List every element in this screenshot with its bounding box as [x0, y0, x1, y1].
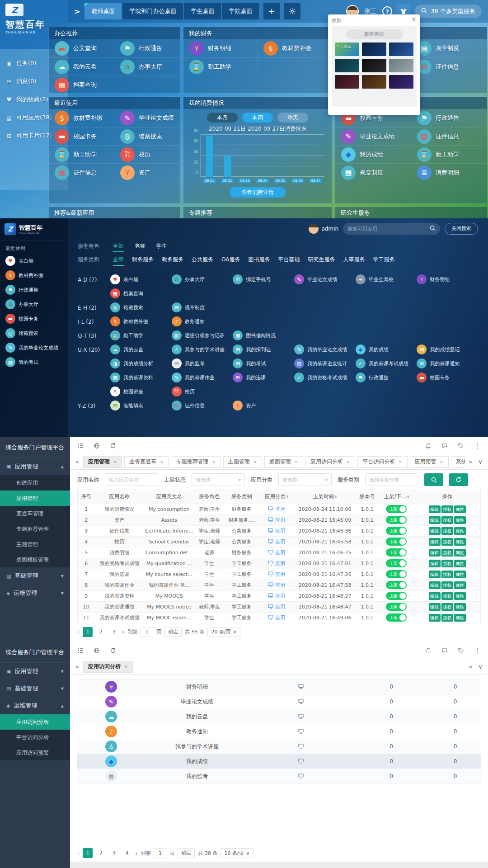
action-button[interactable]: 授权 — [441, 549, 453, 557]
refresh-icon[interactable] — [110, 647, 116, 654]
tag-icon[interactable] — [458, 443, 464, 449]
app-item[interactable]: ▤证件信息 — [172, 401, 233, 410]
tabs-scroll-left-icon[interactable]: « — [74, 458, 81, 465]
app-item[interactable]: ▤我的成绩登记 — [417, 344, 478, 354]
service-type-input[interactable] — [365, 473, 418, 486]
theme-thumb[interactable] — [335, 59, 359, 72]
action-button[interactable]: 属性 — [454, 505, 466, 513]
action-button[interactable]: 属性 — [454, 549, 466, 557]
category-link[interactable]: 应用 — [258, 547, 295, 558]
app-item[interactable]: ☁我的云盘 — [49, 57, 114, 75]
search-button[interactable] — [424, 473, 443, 486]
app-item[interactable]: ✆绑定手机号 — [233, 274, 294, 284]
menu-item[interactable]: ▣应用管理▲ — [0, 458, 70, 475]
submenu-item[interactable]: 专题推荐管理 — [0, 521, 70, 537]
app-item[interactable]: ⊞我的选课 — [233, 373, 294, 382]
kebab-menu-icon[interactable]: ⋮ — [474, 646, 481, 655]
action-button[interactable]: 授权 — [441, 516, 453, 524]
app-item[interactable]: ♙校园讲座 — [110, 387, 172, 396]
action-button[interactable]: 编辑 — [429, 527, 441, 535]
page-number[interactable]: 2 — [96, 848, 106, 858]
app-item[interactable]: ▬公文查询 — [49, 39, 114, 57]
tab-close-icon[interactable]: × — [160, 459, 164, 465]
admin-tab[interactable]: 应用管理× — [83, 456, 122, 468]
settings-gear-icon[interactable] — [284, 3, 300, 19]
app-item[interactable]: ▬校园卡务 — [417, 373, 478, 382]
publish-toggle[interactable]: 上架 — [386, 559, 407, 567]
filter-option[interactable]: 图书服务 — [248, 256, 270, 264]
action-button[interactable]: 属性 — [454, 571, 466, 578]
page-number[interactable]: 1 — [83, 627, 93, 637]
search-input[interactable] — [347, 226, 427, 232]
tab-close-icon[interactable]: × — [346, 459, 350, 465]
confirm-button[interactable]: 确定 — [178, 848, 195, 858]
app-item[interactable]: ⌛勤工助学 — [110, 330, 172, 340]
jump-page-input[interactable] — [141, 627, 153, 637]
app-item[interactable]: ⚑行政通告 — [114, 39, 180, 57]
view-detail-button[interactable]: 查看消费详情 — [230, 187, 286, 198]
desktop-tab[interactable]: 学院部门办公桌面 — [122, 3, 183, 19]
filter-option[interactable]: 平台基础 — [278, 256, 300, 264]
theme-thumb[interactable] — [362, 42, 386, 56]
app-item[interactable]: ¥资产 — [233, 401, 294, 410]
prev-page-icon[interactable]: ‹ — [77, 628, 80, 635]
app-item[interactable]: ▥我的慕课进度统计 — [294, 359, 356, 368]
action-button[interactable]: 编辑 — [429, 549, 441, 557]
action-button[interactable]: 授权 — [441, 527, 453, 535]
sidebar-app-item[interactable]: ✎我的毕业论文成绩 — [0, 340, 68, 355]
app-item[interactable]: ⚑行政通告 — [356, 373, 417, 382]
admin-tab[interactable]: 专题推荐管理× — [171, 456, 221, 468]
admin-tab[interactable]: 应用预警× — [410, 456, 449, 468]
filter-option[interactable]: 学工服务 — [373, 256, 394, 264]
column-header[interactable]: 上架/下...▲▼ — [379, 490, 414, 504]
publish-toggle[interactable]: 上架 — [386, 592, 407, 600]
app-item[interactable]: ♪教务通知 — [172, 316, 233, 326]
app-item[interactable]: ▤证件信息 — [411, 57, 487, 75]
app-item[interactable]: ⌛勤工助学 — [183, 57, 258, 75]
admin-tab[interactable]: 应用访问分析× — [305, 456, 355, 468]
submenu-item[interactable]: 主题管理 — [0, 537, 70, 552]
publish-toggle[interactable]: 上架 — [386, 603, 407, 611]
submenu-item[interactable]: 平台访问分析 — [0, 730, 70, 745]
app-item[interactable]: ▤规章制度 — [335, 163, 411, 181]
app-item[interactable]: →毕业生离校 — [356, 274, 417, 284]
action-button[interactable]: 编辑 — [429, 560, 441, 567]
chat-icon[interactable] — [441, 647, 448, 654]
sidebar-app-item[interactable]: ♥表白墙 — [0, 254, 68, 268]
tab-close-icon[interactable]: × — [253, 459, 257, 465]
expand-chevron-icon[interactable]: > — [74, 7, 80, 16]
app-item[interactable]: ¥财务明细 — [417, 274, 478, 284]
analysis-row[interactable]: ▤我的监考00 — [77, 769, 481, 784]
column-header[interactable]: 上架时间▲▼ — [295, 490, 355, 504]
page-number[interactable]: 3 — [109, 627, 119, 637]
action-button[interactable]: 属性 — [454, 516, 466, 524]
globe-icon[interactable] — [94, 647, 100, 654]
next-page-icon[interactable]: › — [122, 628, 124, 635]
action-button[interactable]: 属性 — [454, 592, 466, 600]
theme-thumb[interactable]: ✓ 天空蓝 — [335, 42, 359, 56]
tabs-collapse-icon[interactable]: ∨ — [476, 663, 484, 670]
category-link[interactable]: 应用 — [258, 536, 295, 547]
app-item[interactable]: ⌂办事大厅 — [172, 274, 233, 284]
sidebar-app-item[interactable]: ⚑行政通告 — [0, 283, 68, 297]
filter-option[interactable]: 人事服务 — [343, 256, 365, 264]
app-item[interactable]: $教材费补缴 — [110, 316, 172, 326]
app-item[interactable]: ☁我的云盘 — [110, 344, 172, 354]
app-item[interactable]: ▤规章制度 — [172, 302, 233, 312]
action-button[interactable]: 编辑 — [429, 581, 441, 589]
tabs-scroll-right-icon[interactable]: » — [467, 458, 474, 465]
bell-icon[interactable] — [425, 647, 432, 654]
filter-option[interactable]: OA服务 — [221, 256, 240, 264]
confirm-button[interactable]: 确定 — [164, 627, 182, 637]
analysis-row[interactable]: ♪教务通知00 — [77, 724, 481, 739]
action-button[interactable]: 编辑 — [429, 592, 441, 600]
category-link[interactable]: 卡片 — [258, 504, 295, 514]
action-button[interactable]: 编辑 — [429, 603, 441, 611]
chat-icon[interactable] — [441, 443, 448, 449]
app-item[interactable]: ♙我参与的学术讲座 — [172, 344, 233, 354]
tag-icon[interactable] — [458, 647, 464, 654]
app-item[interactable]: ▥思想引领参与记录 — [172, 330, 233, 340]
admin-tab[interactable]: 平台访问分析× — [357, 456, 407, 468]
app-item[interactable]: ✎毕业论文成绩 — [114, 109, 180, 127]
admin-tab[interactable]: 业务直通车× — [124, 456, 169, 468]
